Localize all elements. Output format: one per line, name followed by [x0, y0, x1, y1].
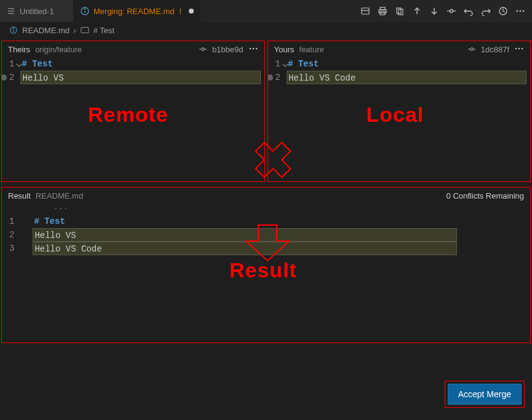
accept-merge-container: Accept Merge	[445, 381, 525, 408]
commit-icon[interactable]	[446, 6, 457, 17]
line-number: 1	[276, 57, 280, 71]
result-pane: Result README.md 0 Conflicts Remaining ·…	[1, 187, 531, 343]
breadcrumb-file[interactable]: README.md	[22, 26, 69, 35]
tab-merge[interactable]: Merging: README.md !	[74, 0, 200, 22]
line-number: 2	[276, 71, 280, 84]
accept-indicator-icon[interactable]	[1, 74, 7, 81]
theirs-branch: origin/feature	[35, 45, 82, 54]
result-header: Result README.md 0 Conflicts Remaining	[2, 188, 530, 204]
editor-actions	[354, 0, 532, 22]
yours-header: Yours feature 1dc887f	[268, 41, 531, 57]
theirs-pane: Theirs origin/feature b1bbe9d 1 2	[1, 41, 265, 182]
tab-bar: Untitled-1 Merging: README.md !	[0, 0, 532, 22]
theirs-header: Theirs origin/feature b1bbe9d	[2, 41, 264, 57]
chevron-right-icon: ›	[73, 26, 76, 35]
copy-icon[interactable]	[394, 6, 405, 17]
theirs-code[interactable]: 1 2 # Test Hello VS	[2, 57, 264, 84]
svg-rect-6	[362, 8, 369, 14]
tab-label: Untitled-1	[20, 7, 54, 16]
dirty-indicator-icon	[189, 9, 194, 14]
svg-point-19	[517, 10, 518, 12]
fold-ellipsis[interactable]: ···	[2, 204, 530, 215]
svg-point-15	[450, 10, 453, 13]
line-number: 1	[9, 215, 14, 228]
annotation-result: Result	[229, 258, 297, 282]
yours-commit: 1dc887f	[481, 45, 509, 54]
result-code[interactable]: 1 2 3 # Test Hello VS Hello VS Code	[2, 215, 530, 255]
line-number: 1	[9, 57, 14, 71]
svg-point-20	[520, 10, 522, 12]
svg-rect-8	[380, 7, 385, 10]
svg-point-5	[84, 9, 85, 9]
svg-point-32	[470, 48, 473, 50]
yours-title: Yours	[274, 45, 295, 54]
code-line: Hello VS	[20, 71, 260, 84]
history-icon[interactable]	[498, 6, 509, 17]
info-icon	[9, 25, 18, 35]
svg-point-26	[202, 48, 204, 50]
breadcrumb[interactable]: README.md › # Test	[0, 22, 532, 38]
arrow-up-icon[interactable]	[411, 6, 423, 17]
more-icon[interactable]	[515, 6, 526, 17]
code-line: Hello VS	[33, 228, 457, 242]
markdown-heading-icon	[80, 25, 90, 35]
code-line: Hello VS Code	[33, 242, 457, 255]
tab-label: Merging: README.md	[93, 7, 174, 16]
svg-point-29	[249, 47, 251, 49]
breadcrumb-symbol[interactable]: # Test	[93, 26, 114, 35]
redo-icon[interactable]	[480, 6, 491, 17]
more-icon[interactable]	[248, 45, 258, 54]
line-number: 2	[9, 71, 14, 84]
svg-point-24	[13, 28, 14, 28]
commit-icon	[467, 45, 476, 53]
layout-icon[interactable]	[360, 6, 371, 17]
print-icon[interactable]	[377, 6, 388, 17]
annotation-local: Local	[367, 103, 424, 127]
svg-point-30	[252, 47, 254, 49]
list-icon	[6, 6, 16, 16]
svg-point-36	[518, 47, 520, 49]
more-icon[interactable]	[514, 45, 524, 54]
svg-point-31	[255, 47, 257, 49]
svg-point-35	[515, 47, 517, 49]
accept-merge-button[interactable]: Accept Merge	[448, 384, 522, 405]
result-file: README.md	[36, 191, 83, 200]
code-line: # Test	[287, 57, 526, 71]
tab-untitled[interactable]: Untitled-1	[0, 0, 74, 22]
line-number: 2	[9, 228, 14, 242]
yours-branch: feature	[299, 45, 324, 54]
conflicts-remaining: 0 Conflicts Remaining	[447, 191, 524, 200]
yours-code[interactable]: 1 2 # Test Hello VS Code	[268, 57, 531, 84]
result-title: Result	[8, 191, 31, 200]
fold-icon[interactable]	[282, 60, 289, 67]
svg-point-21	[523, 10, 525, 12]
theirs-commit: b1bbe9d	[212, 45, 244, 54]
annotation-remote: Remote	[88, 103, 169, 127]
arrow-down-icon[interactable]	[429, 6, 440, 17]
accept-indicator-icon[interactable]	[268, 74, 273, 81]
theirs-title: Theirs	[8, 45, 30, 54]
warning-indicator: !	[179, 7, 181, 16]
undo-icon[interactable]	[463, 6, 474, 17]
svg-rect-25	[81, 28, 89, 33]
code-line: # Test	[33, 215, 526, 228]
yours-pane: Yours feature 1dc887f 1 2	[268, 41, 531, 182]
line-number: 3	[9, 242, 14, 255]
svg-point-37	[522, 47, 523, 49]
code-line: Hello VS Code	[287, 71, 526, 84]
commit-icon	[199, 45, 207, 53]
info-icon	[80, 6, 90, 16]
code-line: # Test	[20, 57, 260, 71]
fold-icon[interactable]	[15, 60, 23, 67]
